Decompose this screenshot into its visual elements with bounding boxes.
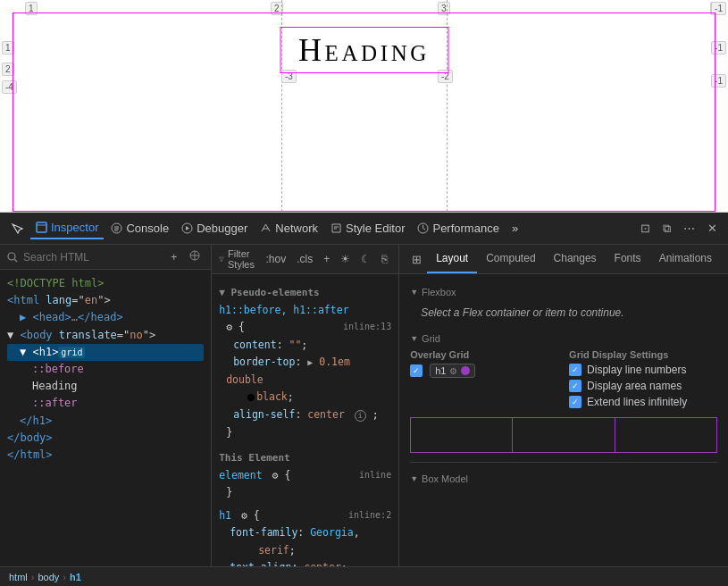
- h1-gear-icon: ⚙: [449, 366, 457, 376]
- display-area-names-checkbox[interactable]: ✓: [569, 380, 582, 392]
- search-html-input[interactable]: [23, 251, 162, 264]
- box-model-section: Box Model: [410, 462, 717, 484]
- html-panel: + <!DOCTYPE html> <html lang="en"> ▶ <he…: [0, 245, 212, 566]
- box-model-title: Box Model: [410, 473, 717, 484]
- filter-icon: [219, 255, 224, 264]
- grid-display-header: Grid Display Settings: [569, 349, 717, 360]
- html-search-bar: +: [0, 245, 211, 270]
- list-item[interactable]: <html lang="en">: [7, 292, 204, 309]
- svg-rect-0: [37, 222, 46, 232]
- pick-element-button[interactable]: [5, 219, 29, 239]
- close-devtools-button[interactable]: ✕: [702, 218, 723, 239]
- style-editor-tab-label: Style Editor: [346, 222, 405, 235]
- undock-button[interactable]: ⧉: [657, 218, 676, 239]
- flexbox-section-title: Flexbox: [410, 287, 717, 297]
- devtools-panel: Inspector Console Debugger Network Style…: [0, 213, 728, 586]
- list-item[interactable]: ::after: [7, 395, 204, 412]
- network-tab-label: Network: [275, 222, 318, 235]
- add-rule-button[interactable]: +: [320, 251, 333, 267]
- sun-button[interactable]: ☀: [337, 251, 354, 267]
- console-tab[interactable]: Console: [105, 218, 174, 239]
- pseudo-rule: h1::before, h1::after inline:13 ⚙ { cont…: [219, 302, 391, 441]
- canvas-area: 1 2 3 4 -1 1 2 -4 -1 -1 -3 -2 Heading: [0, 0, 728, 213]
- svg-marker-14: [220, 257, 224, 261]
- css-filter-bar: Filter Styles :hov .cls + ☀ ☾ ⎘: [212, 245, 398, 274]
- tab-fonts[interactable]: Fonts: [606, 245, 650, 273]
- canvas-heading: Heading: [280, 27, 448, 73]
- debugger-tab-label: Debugger: [197, 222, 247, 235]
- breadcrumb: html › body › h1: [0, 566, 728, 586]
- list-item[interactable]: Heading: [7, 378, 204, 395]
- performance-tab-label: Performance: [432, 222, 498, 235]
- overlay-grid-col: Overlay Grid ✓ h1 ⚙: [410, 349, 558, 408]
- breadcrumb-sep-2: ›: [63, 572, 66, 582]
- hov-button[interactable]: :hov: [262, 251, 289, 267]
- console-tab-label: Console: [126, 222, 169, 235]
- list-item[interactable]: ▼ <body translate="no">: [7, 327, 204, 344]
- svg-line-10: [15, 259, 18, 262]
- html-tree: <!DOCTYPE html> <html lang="en"> ▶ <head…: [0, 270, 211, 566]
- css-rules: ▼ Pseudo-elements h1::before, h1::after …: [212, 274, 398, 566]
- breadcrumb-body[interactable]: body: [38, 572, 59, 582]
- search-icon: [7, 252, 18, 263]
- grid-preview: [410, 417, 717, 453]
- overlay-grid-row: ✓ h1 ⚙: [410, 364, 558, 378]
- filter-label: Filter Styles: [228, 248, 255, 270]
- info-icon: i: [355, 410, 366, 422]
- layout-panel: ⊞ Layout Computed Changes Fonts Animatio…: [399, 245, 728, 566]
- pick-element-button-2[interactable]: [186, 248, 204, 265]
- overflow-button[interactable]: ⋯: [678, 218, 700, 239]
- display-line-numbers-row: ✓ Display line numbers: [569, 364, 717, 376]
- layout-grid-icon-button[interactable]: ⊞: [406, 249, 427, 270]
- list-item[interactable]: ::before: [7, 361, 204, 378]
- svg-point-9: [8, 253, 15, 260]
- add-node-button[interactable]: +: [167, 249, 180, 265]
- list-item[interactable]: </body>: [7, 430, 204, 447]
- debugger-tab[interactable]: Debugger: [176, 218, 253, 239]
- layout-content: Flexbox Select a Flex container or item …: [399, 274, 728, 566]
- performance-tab[interactable]: Performance: [412, 218, 504, 239]
- gear-icon: ⚙: [272, 469, 279, 481]
- inspector-tab-label: Inspector: [51, 221, 98, 234]
- list-item[interactable]: <!DOCTYPE html>: [7, 275, 204, 292]
- overlay-grid-header: Overlay Grid: [410, 349, 558, 360]
- network-tab[interactable]: Network: [255, 218, 323, 239]
- list-item[interactable]: </html>: [7, 447, 204, 464]
- css-panel: Filter Styles :hov .cls + ☀ ☾ ⎘ ▼ Pseudo…: [212, 245, 399, 566]
- copy-button[interactable]: ⎘: [378, 251, 391, 267]
- h1-color-dot: [461, 366, 470, 375]
- this-element-header: This Element: [219, 450, 391, 467]
- color-swatch-black: [247, 394, 255, 401]
- style-editor-tab[interactable]: Style Editor: [325, 218, 410, 239]
- breadcrumb-current[interactable]: h1: [70, 572, 81, 582]
- h1-badge: h1 ⚙: [430, 364, 475, 378]
- grid-display-settings-col: Grid Display Settings ✓ Display line num…: [569, 349, 717, 408]
- list-item[interactable]: ▶ <head>…</head>: [7, 309, 204, 326]
- breadcrumb-sep-1: ›: [31, 572, 35, 582]
- tab-animations[interactable]: Animations: [650, 245, 721, 273]
- inspector-tab[interactable]: Inspector: [30, 217, 104, 239]
- grid-section-title: Grid: [410, 333, 717, 344]
- panels-container: + <!DOCTYPE html> <html lang="en"> ▶ <he…: [0, 245, 728, 566]
- list-item[interactable]: ▼ <h1>grid: [7, 344, 204, 361]
- list-item[interactable]: </h1>: [7, 413, 204, 430]
- more-tabs-button[interactable]: »: [506, 218, 523, 239]
- extend-lines-checkbox[interactable]: ✓: [569, 396, 582, 408]
- gear-icon-2: ⚙: [241, 509, 247, 522]
- breadcrumb-html[interactable]: html: [9, 572, 28, 582]
- h1-checkbox[interactable]: ✓: [410, 364, 423, 377]
- cls-button[interactable]: .cls: [293, 251, 316, 267]
- display-line-numbers-checkbox[interactable]: ✓: [569, 364, 582, 376]
- element-rule: element ⚙ { inline }: [219, 467, 391, 502]
- display-area-names-row: ✓ Display area names: [569, 380, 717, 392]
- pseudo-elements-header: ▼ Pseudo-elements: [219, 285, 391, 302]
- tab-layout[interactable]: Layout: [427, 245, 477, 273]
- flexbox-info: Select a Flex container or item to conti…: [410, 303, 717, 328]
- dock-button[interactable]: ⊡: [635, 218, 656, 239]
- tab-changes[interactable]: Changes: [545, 245, 606, 273]
- devtools-toolbar: Inspector Console Debugger Network Style…: [0, 213, 728, 245]
- layout-tabs: ⊞ Layout Computed Changes Fonts Animatio…: [399, 245, 728, 274]
- tab-computed[interactable]: Computed: [477, 245, 544, 273]
- moon-button[interactable]: ☾: [357, 251, 374, 267]
- grid-settings: Overlay Grid ✓ h1 ⚙: [410, 349, 717, 453]
